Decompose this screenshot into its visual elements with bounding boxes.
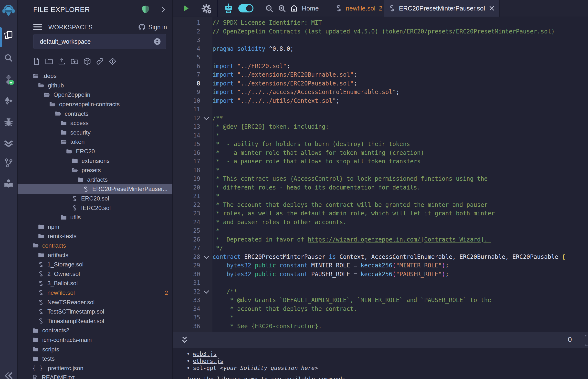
tree-item[interactable]: scripts [17, 345, 173, 354]
line-number[interactable]: 21 [173, 192, 200, 201]
search-icon[interactable] [0, 53, 17, 63]
code-line[interactable]: 12/** [173, 114, 588, 123]
link-icon[interactable] [96, 57, 104, 65]
line-number[interactable]: 26 [173, 236, 200, 244]
code-line[interactable]: 5 [173, 53, 588, 62]
zoom-in-icon[interactable] [278, 4, 287, 13]
tree-item[interactable]: token [17, 137, 173, 147]
tree-item[interactable]: ERC20.sol [17, 194, 173, 204]
tree-item[interactable]: github [17, 81, 173, 90]
line-number[interactable]: 19 [173, 174, 200, 183]
tree-item[interactable]: .deps [17, 71, 173, 81]
code-line[interactable]: 1// SPDX-License-Identifier: MIT [173, 18, 588, 27]
tree-item[interactable]: tests [17, 354, 173, 363]
code-line[interactable]: 36 * See {ERC20-constructor}. [173, 322, 588, 331]
new-folder-icon[interactable] [45, 57, 53, 65]
line-number[interactable]: 13 [173, 123, 200, 131]
tree-item[interactable]: IERC20.sol [17, 203, 173, 213]
tree-item[interactable]: contracts2 [17, 326, 173, 335]
tree-item[interactable]: ERC20 [17, 147, 173, 156]
tree-item[interactable]: artifacts [17, 250, 173, 260]
run-script-icon[interactable] [182, 4, 190, 13]
plugins-icon[interactable] [0, 178, 17, 189]
zoom-out-icon[interactable] [265, 4, 274, 13]
line-number[interactable]: 8 [173, 79, 200, 88]
code-line[interactable]: 11 [173, 105, 588, 114]
tree-item[interactable]: 3_Ballot.sol [17, 279, 173, 288]
line-number[interactable]: 7 [173, 71, 200, 79]
line-number[interactable]: 1 [173, 18, 200, 27]
line-number[interactable]: 3 [173, 36, 200, 45]
code-line[interactable]: 33 * @dev Grants `DEFAULT_ADMIN_ROLE`, `… [173, 296, 588, 305]
code-line[interactable]: 9import "../../../access/AccessControlEn… [173, 88, 588, 97]
line-number[interactable]: 31 [173, 279, 200, 287]
tree-item[interactable]: NewTSReader.sol [17, 298, 173, 307]
line-number[interactable]: 14 [173, 131, 200, 140]
code-line[interactable]: 18 * [173, 166, 588, 175]
tab-erc20-preset[interactable]: ERC20PresetMinterPauser.sol [384, 0, 500, 16]
tree-item[interactable]: remix-tests [17, 232, 173, 241]
line-number[interactable]: 18 [173, 166, 200, 175]
debugger-icon[interactable] [0, 117, 17, 127]
code-line[interactable]: 10import "../../../utils/Context.sol"; [173, 97, 588, 106]
tree-item[interactable]: { }.prettierrc.json [17, 363, 173, 373]
terminal-search-box[interactable] [585, 335, 588, 346]
tree-item[interactable]: ERC20PresetMinterPauser... [17, 184, 173, 194]
line-number[interactable]: 30 [173, 270, 200, 279]
remix-logo-icon[interactable] [0, 2, 17, 17]
tree-item[interactable]: utils [17, 213, 173, 222]
tab-newfile[interactable]: newfile.sol 2 [335, 0, 382, 16]
line-number[interactable]: 23 [173, 209, 200, 218]
terminal-link[interactable]: ethers.js [193, 358, 223, 364]
code-line[interactable]: 3 [173, 36, 588, 45]
code-line[interactable]: 21 * [173, 192, 588, 201]
code-line[interactable]: 4pragma solidity ^0.8.0; [173, 45, 588, 53]
line-number[interactable]: 20 [173, 183, 200, 192]
tree-item[interactable]: security [17, 128, 173, 138]
ai-robot-icon[interactable] [223, 3, 234, 14]
file-explorer-icon[interactable] [0, 30, 17, 40]
line-number[interactable]: 10 [173, 97, 200, 106]
expand-terminal-icon[interactable] [180, 335, 189, 345]
new-file-icon[interactable] [32, 57, 41, 65]
tree-item[interactable]: icm-contracts-main [17, 335, 173, 345]
code-line[interactable]: 35 * [173, 313, 588, 322]
code-line[interactable]: 14 * [173, 131, 588, 140]
code-line[interactable]: 32 /** [173, 287, 588, 296]
code-line[interactable]: 16 * - a minter role that allows for tok… [173, 149, 588, 158]
line-number[interactable]: 6 [173, 62, 200, 71]
tree-item[interactable]: OpenZeppelin [17, 90, 173, 100]
tree-item[interactable]: presets [17, 166, 173, 175]
deploy-run-icon[interactable] [0, 96, 17, 106]
code-line[interactable]: 6import "../ERC20.sol"; [173, 62, 588, 71]
code-line[interactable]: 24 * and pauser roles to other accounts. [173, 218, 588, 227]
line-number[interactable]: 35 [173, 313, 200, 322]
code-line[interactable]: 27 */ [173, 244, 588, 253]
line-number[interactable]: 16 [173, 149, 200, 158]
solidity-diamond-icon[interactable] [108, 57, 117, 65]
cube-icon[interactable] [83, 57, 91, 65]
line-number[interactable]: 25 [173, 227, 200, 236]
solidity-compiler-icon[interactable] [0, 74, 17, 85]
compile-settings-icon[interactable] [201, 3, 212, 14]
line-number[interactable]: 22 [173, 201, 200, 209]
code-line[interactable]: 19 * This contract uses {AccessControl} … [173, 174, 588, 183]
code-line[interactable]: 17 * - a pauser role that allows to stop… [173, 157, 588, 166]
line-number[interactable]: 36 [173, 322, 200, 331]
line-number[interactable]: 4 [173, 45, 200, 53]
fold-chevron-icon[interactable] [204, 115, 209, 120]
code-line[interactable]: 2// OpenZeppelin Contracts (last updated… [173, 27, 588, 36]
line-number[interactable]: 33 [173, 296, 200, 305]
close-icon[interactable] [488, 5, 495, 12]
code-line[interactable]: 30 bytes32 public constant PAUSER_ROLE =… [173, 270, 588, 279]
line-number[interactable]: 2 [173, 27, 200, 36]
code-line[interactable]: 29 bytes32 public constant MINTER_ROLE =… [173, 261, 588, 270]
tree-item[interactable]: 2_Owner.sol [17, 269, 173, 279]
chevron-right-icon[interactable] [159, 6, 167, 14]
line-number[interactable]: 12 [173, 114, 200, 123]
upload-file-icon[interactable] [58, 57, 66, 65]
code-line[interactable]: 25 * [173, 227, 588, 236]
code-line[interactable]: 31 [173, 279, 588, 287]
line-number[interactable]: 15 [173, 140, 200, 149]
code-line[interactable]: 23 * roles, as well as the default admin… [173, 209, 588, 218]
